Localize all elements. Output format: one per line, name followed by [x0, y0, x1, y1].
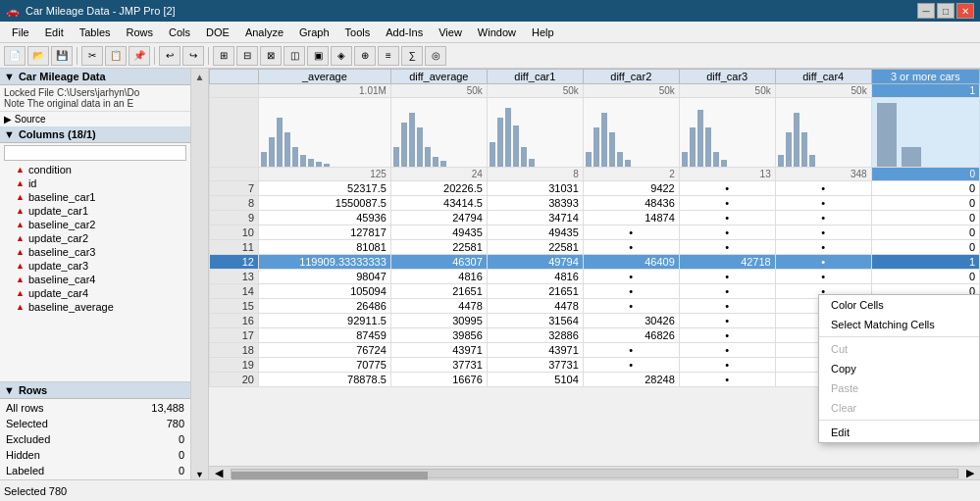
- col-header-diff-average[interactable]: diff_average: [390, 70, 487, 84]
- row-number[interactable]: 20: [210, 373, 259, 387]
- table-cell[interactable]: •: [679, 358, 775, 373]
- toolbar-redo[interactable]: ↪: [182, 46, 204, 66]
- toolbar-b3[interactable]: ⊠: [260, 46, 282, 66]
- table-cell[interactable]: 37731: [487, 358, 583, 373]
- table-cell[interactable]: 31031: [487, 181, 583, 196]
- table-cell[interactable]: 31564: [487, 314, 583, 328]
- col-header-diff-car4[interactable]: diff_car4: [775, 70, 871, 84]
- toolbar-open[interactable]: 📂: [27, 46, 49, 66]
- row-number[interactable]: 10: [210, 225, 259, 240]
- table-cell[interactable]: 39856: [390, 328, 487, 343]
- table-cell[interactable]: 49794: [487, 255, 583, 270]
- table-cell[interactable]: 81081: [259, 240, 391, 255]
- list-item[interactable]: ▲update_car2: [0, 231, 190, 245]
- table-cell[interactable]: •: [775, 270, 871, 284]
- table-cell[interactable]: 119909.33333333: [259, 255, 391, 270]
- table-cell[interactable]: 22581: [487, 240, 583, 255]
- table-cell[interactable]: 43414.5: [390, 196, 487, 211]
- table-cell[interactable]: •: [583, 225, 679, 240]
- row-number[interactable]: 8: [210, 196, 259, 211]
- table-cell[interactable]: 14874: [583, 211, 679, 225]
- table-cell[interactable]: 38393: [487, 196, 583, 211]
- table-cell[interactable]: 0: [871, 181, 979, 196]
- row-number[interactable]: 7: [210, 181, 259, 196]
- table-cell[interactable]: 30995: [390, 314, 487, 328]
- toolbar-b8[interactable]: ≡: [378, 46, 399, 66]
- table-cell[interactable]: •: [583, 343, 679, 358]
- col-header-diff-car3[interactable]: diff_car3: [679, 70, 775, 84]
- menu-addins[interactable]: Add-Ins: [378, 25, 431, 40]
- scroll-left-btn[interactable]: ◀: [209, 467, 229, 479]
- menu-view[interactable]: View: [431, 25, 470, 40]
- menu-tables[interactable]: Tables: [72, 25, 119, 40]
- table-cell[interactable]: •: [679, 181, 775, 196]
- row-number[interactable]: 17: [210, 328, 259, 343]
- maximize-button[interactable]: □: [937, 3, 954, 19]
- list-item[interactable]: ▲baseline_car4: [0, 273, 190, 286]
- toolbar-b5[interactable]: ▣: [307, 46, 329, 66]
- table-cell[interactable]: •: [775, 181, 871, 196]
- toolbar-cut[interactable]: ✂: [81, 46, 103, 66]
- row-number[interactable]: 13: [210, 270, 259, 284]
- list-item[interactable]: ▲baseline_car1: [0, 190, 190, 204]
- table-cell[interactable]: 32886: [487, 328, 583, 343]
- menu-window[interactable]: Window: [470, 25, 524, 40]
- col-header-3cars[interactable]: 3 or more cars: [871, 70, 979, 84]
- table-cell[interactable]: 1: [871, 255, 979, 270]
- table-cell[interactable]: •: [775, 211, 871, 225]
- menu-doe[interactable]: DOE: [198, 25, 237, 40]
- row-number[interactable]: 16: [210, 314, 259, 328]
- table-cell[interactable]: •: [679, 225, 775, 240]
- table-cell[interactable]: 43971: [390, 343, 487, 358]
- menu-rows[interactable]: Rows: [119, 25, 162, 40]
- nav-up-arrow[interactable]: ▲: [195, 71, 205, 84]
- toolbar-undo[interactable]: ↩: [159, 46, 181, 66]
- table-cell[interactable]: 30426: [583, 314, 679, 328]
- menu-help[interactable]: Help: [524, 25, 562, 40]
- table-cell[interactable]: •: [775, 255, 871, 270]
- toolbar-b6[interactable]: ◈: [331, 46, 352, 66]
- table-cell[interactable]: •: [583, 240, 679, 255]
- table-cell[interactable]: 0: [871, 196, 979, 211]
- source-item[interactable]: ▶ Source: [0, 112, 190, 126]
- menu-analyze[interactable]: Analyze: [237, 25, 291, 40]
- toolbar-paste[interactable]: 📌: [129, 46, 150, 66]
- col-header-diff-car2[interactable]: diff_car2: [583, 70, 679, 84]
- table-cell[interactable]: 70775: [259, 358, 391, 373]
- table-cell[interactable]: •: [775, 196, 871, 211]
- table-cell[interactable]: 0: [871, 270, 979, 284]
- scroll-thumb[interactable]: [232, 472, 428, 479]
- table-cell[interactable]: •: [679, 343, 775, 358]
- row-number[interactable]: 9: [210, 211, 259, 225]
- columns-header[interactable]: ▼ Columns (18/1): [0, 126, 190, 143]
- row-number[interactable]: 15: [210, 299, 259, 314]
- ctx-color-cells[interactable]: Color Cells: [819, 295, 979, 315]
- ctx-copy[interactable]: Copy: [819, 359, 979, 378]
- table-cell[interactable]: 105094: [259, 284, 391, 299]
- list-item[interactable]: ▲update_car3: [0, 259, 190, 273]
- table-cell[interactable]: •: [583, 358, 679, 373]
- table-cell[interactable]: 98047: [259, 270, 391, 284]
- table-cell[interactable]: 127817: [259, 225, 391, 240]
- menu-file[interactable]: File: [4, 25, 37, 40]
- list-item[interactable]: ▲condition: [0, 163, 190, 176]
- rows-header[interactable]: ▼ Rows: [0, 382, 190, 399]
- table-cell[interactable]: •: [679, 314, 775, 328]
- table-cell[interactable]: •: [775, 225, 871, 240]
- horizontal-scrollbar[interactable]: ◀ ▶: [209, 466, 980, 479]
- table-cell[interactable]: •: [775, 240, 871, 255]
- table-cell[interactable]: 26486: [259, 299, 391, 314]
- table-cell[interactable]: 5104: [487, 373, 583, 387]
- menu-cols[interactable]: Cols: [161, 25, 198, 40]
- table-cell[interactable]: 4816: [390, 270, 487, 284]
- toolbar-save[interactable]: 💾: [51, 46, 73, 66]
- table-cell[interactable]: •: [679, 240, 775, 255]
- table-cell[interactable]: 92911.5: [259, 314, 391, 328]
- table-cell[interactable]: •: [679, 299, 775, 314]
- table-cell[interactable]: 46826: [583, 328, 679, 343]
- scroll-right-btn[interactable]: ▶: [960, 467, 980, 479]
- table-cell[interactable]: 28248: [583, 373, 679, 387]
- table-cell[interactable]: 78878.5: [259, 373, 391, 387]
- row-number[interactable]: 18: [210, 343, 259, 358]
- table-cell[interactable]: 4478: [390, 299, 487, 314]
